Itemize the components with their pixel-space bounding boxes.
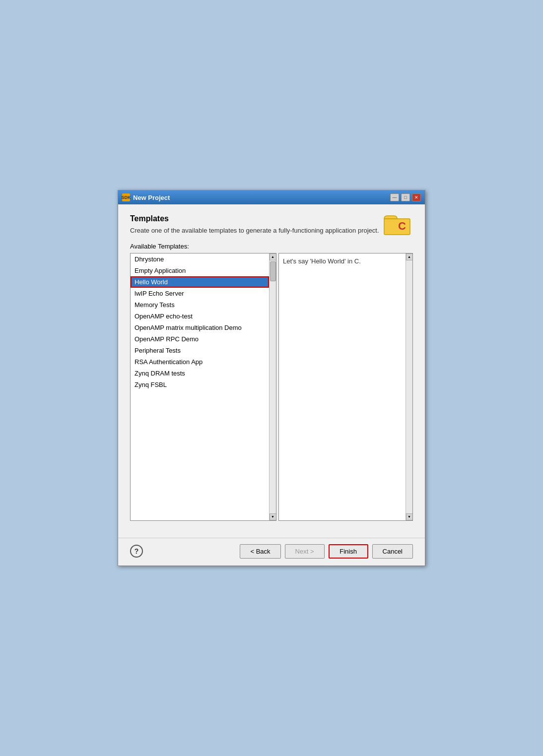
main-content: Templates Create one of the available te…	[118, 204, 425, 537]
svg-rect-0	[384, 219, 410, 235]
next-button[interactable]: Next >	[285, 544, 325, 559]
description-text: Let's say 'Hello World' in C.	[279, 253, 406, 520]
finish-button[interactable]: Finish	[329, 544, 368, 559]
desc-scrollbar-down[interactable]: ▼	[406, 513, 413, 520]
header-text: Templates Create one of the available te…	[130, 214, 379, 242]
help-button[interactable]: ?	[130, 545, 143, 558]
scrollbar-up-arrow[interactable]: ▲	[270, 253, 276, 260]
section-desc: Create one of the available templates to…	[130, 226, 379, 235]
template-list-item[interactable]: Zynq FSBL	[131, 379, 269, 390]
template-list: DhrystoneEmpty ApplicationHello WorldlwI…	[131, 253, 269, 520]
nav-buttons: < Back Next > Finish Cancel	[240, 544, 413, 559]
template-list-item[interactable]: Empty Application	[131, 265, 269, 276]
template-list-item[interactable]: OpenAMP echo-test	[131, 311, 269, 322]
section-title: Templates	[130, 214, 379, 223]
template-list-item[interactable]: Zynq DRAM tests	[131, 368, 269, 379]
new-project-window: SDK New Project — □ ✕ Templates Create o…	[118, 190, 425, 566]
template-list-scrollbar: ▲ ▼	[269, 253, 276, 520]
window-title: New Project	[133, 194, 170, 201]
template-list-item[interactable]: Hello World	[131, 276, 269, 288]
window-controls: — □ ✕	[390, 193, 421, 201]
maximize-button[interactable]: □	[401, 193, 410, 201]
template-list-panel: DhrystoneEmpty ApplicationHello WorldlwI…	[130, 253, 276, 521]
template-list-item[interactable]: Peripheral Tests	[131, 345, 269, 356]
title-bar: SDK New Project — □ ✕	[118, 190, 425, 204]
template-list-item[interactable]: Dhrystone	[131, 253, 269, 265]
scrollbar-thumb[interactable]	[270, 261, 276, 281]
desc-scrollbar-track	[406, 260, 413, 513]
template-list-item[interactable]: lwIP Echo Server	[131, 288, 269, 299]
description-panel: Let's say 'Hello World' in C. ▲ ▼	[278, 253, 413, 521]
available-label: Available Templates:	[130, 243, 413, 250]
scrollbar-down-arrow[interactable]: ▼	[270, 513, 276, 520]
minimize-button[interactable]: —	[390, 193, 399, 201]
back-button[interactable]: < Back	[240, 544, 280, 559]
svg-text:C: C	[398, 220, 406, 232]
template-list-item[interactable]: OpenAMP RPC Demo	[131, 333, 269, 345]
sdk-icon: SDK	[122, 193, 130, 201]
bottom-bar: ? < Back Next > Finish Cancel	[118, 538, 425, 566]
desc-scrollbar-up[interactable]: ▲	[406, 253, 413, 260]
scrollbar-track	[270, 260, 276, 513]
desc-scrollbar: ▲ ▼	[406, 253, 412, 520]
folder-icon: C	[383, 212, 413, 237]
header-row: Templates Create one of the available te…	[130, 214, 413, 242]
template-list-item[interactable]: Memory Tests	[131, 299, 269, 311]
template-list-item[interactable]: RSA Authentication App	[131, 356, 269, 368]
lists-container: DhrystoneEmpty ApplicationHello WorldlwI…	[130, 253, 413, 521]
title-bar-left: SDK New Project	[122, 193, 170, 201]
template-list-item[interactable]: OpenAMP matrix multiplication Demo	[131, 322, 269, 333]
cancel-button[interactable]: Cancel	[372, 544, 413, 559]
close-button[interactable]: ✕	[412, 193, 421, 201]
